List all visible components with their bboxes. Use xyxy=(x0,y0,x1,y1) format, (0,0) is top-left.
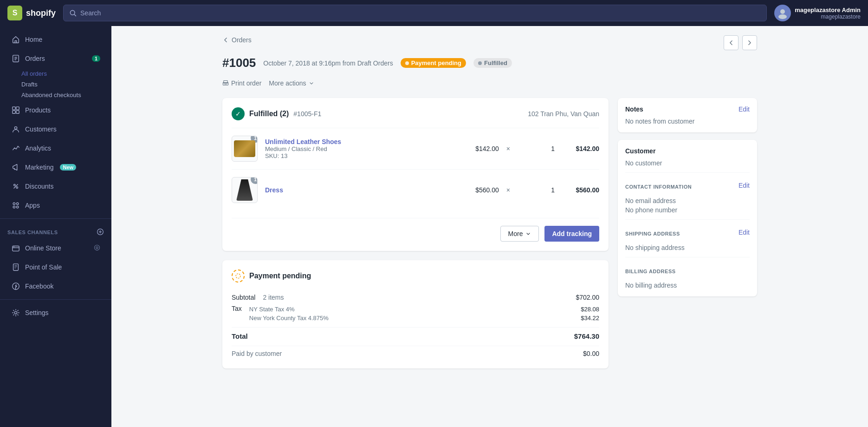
tax-row-1: NY State Tax 4% $28.08 xyxy=(249,305,599,314)
online-store-icon xyxy=(11,243,20,253)
top-bar: S shopify mageplazastore Admin mageplaza… xyxy=(0,0,868,26)
svg-point-13 xyxy=(14,184,16,186)
tax-label: Tax xyxy=(232,305,242,322)
more-actions-button[interactable]: More actions xyxy=(269,78,314,89)
prev-order-button[interactable] xyxy=(724,35,738,50)
contact-edit-link[interactable]: Edit xyxy=(738,182,750,189)
no-shipping: No shipping address xyxy=(625,244,685,251)
tax-row-2-label: New York County Tax 4.875% xyxy=(249,315,329,322)
svg-rect-33 xyxy=(224,80,227,83)
item-multiply-shoes: × xyxy=(506,145,510,152)
page-title: #1005 xyxy=(222,56,256,70)
item-variant-shoes: Medium / Classic / Red xyxy=(265,145,454,152)
sidebar-products-label: Products xyxy=(25,106,51,114)
paid-label: Paid by customer xyxy=(232,350,282,357)
online-store-settings-icon[interactable] xyxy=(94,244,100,252)
breadcrumb-label: Orders xyxy=(232,36,252,44)
item-name-shoes[interactable]: Unlimited Leather Shoes xyxy=(265,138,454,145)
fulfilled-title-area: ✓ Fulfilled (2) #1005-F1 xyxy=(232,107,321,120)
sidebar-item-point-of-sale[interactable]: Point of Sale xyxy=(4,258,108,276)
billing-divider xyxy=(625,257,750,257)
svg-point-19 xyxy=(16,206,19,208)
customer-divider xyxy=(625,172,750,173)
sidebar-item-products[interactable]: Products xyxy=(4,101,108,119)
item-name-dress[interactable]: Dress xyxy=(265,186,454,194)
sidebar-item-facebook[interactable]: Facebook xyxy=(4,277,108,296)
sidebar-item-home[interactable]: Home xyxy=(4,30,108,49)
sidebar-item-discounts[interactable]: Discounts xyxy=(4,177,108,196)
payment-total-row: Total $764.30 xyxy=(232,327,599,342)
customers-icon xyxy=(11,125,20,134)
facebook-icon xyxy=(11,282,20,291)
dress-image-placeholder xyxy=(236,179,253,201)
order-date: October 7, 2018 at 9:16pm from Draft Ord… xyxy=(263,59,393,67)
sidebar-item-online-store[interactable]: Online Store xyxy=(4,239,108,257)
subtotal-value: $702.00 xyxy=(576,294,599,301)
item-image-shoes: 1 xyxy=(232,136,258,162)
sidebar-item-apps[interactable]: Apps xyxy=(4,196,108,215)
next-order-button[interactable] xyxy=(742,35,757,50)
more-actions-label: More actions xyxy=(269,79,306,87)
svg-rect-11 xyxy=(16,111,19,113)
svg-line-1 xyxy=(74,14,76,16)
svg-point-36 xyxy=(236,274,240,278)
fulfilled-address: 102 Tran Phu, Van Quan xyxy=(528,110,599,118)
order-layout: ✓ Fulfilled (2) #1005-F1 102 Tran Phu, V… xyxy=(222,98,757,378)
item-qty-dress: 1 xyxy=(518,186,555,194)
app-wrapper: S shopify mageplazastore Admin mageplaza… xyxy=(0,0,868,427)
search-input[interactable] xyxy=(80,9,761,17)
nav-arrows xyxy=(724,35,757,50)
shipping-edit-link[interactable]: Edit xyxy=(738,229,750,236)
svg-point-25 xyxy=(94,245,99,250)
sidebar-item-marketing[interactable]: Marketing New xyxy=(4,158,108,177)
notes-header: Notes Edit xyxy=(625,105,750,113)
notes-edit-link[interactable]: Edit xyxy=(738,105,750,113)
sidebar-apps-label: Apps xyxy=(25,202,40,209)
print-order-button[interactable]: Print order xyxy=(222,78,261,89)
content-area: Orders #1005 October 7 xyxy=(111,26,868,427)
item-info-shoes: Unlimited Leather Shoes Medium / Classic… xyxy=(265,138,454,159)
svg-point-14 xyxy=(16,187,18,189)
add-tracking-button[interactable]: Add tracking xyxy=(544,226,599,242)
total-label: Total xyxy=(232,332,248,340)
order-item-shoes: 1 Unlimited Leather Shoes Medium / Class… xyxy=(232,128,599,169)
sidebar-item-drafts[interactable]: Drafts xyxy=(0,79,111,90)
tax-row-1-value: $28.08 xyxy=(581,306,599,313)
customer-card: Customer No customer CONTACT INFORMATION… xyxy=(618,140,757,296)
customer-header: Customer xyxy=(625,147,750,155)
svg-rect-27 xyxy=(13,264,19,270)
home-icon xyxy=(11,35,20,44)
sidebar-item-all-orders[interactable]: All orders xyxy=(0,68,111,79)
page-title-area: #1005 October 7, 2018 at 9:16pm from Dra… xyxy=(222,56,512,70)
apps-icon xyxy=(11,201,20,210)
user-store: mageplazastore xyxy=(795,13,861,20)
user-name: mageplazastore Admin xyxy=(795,7,861,13)
item-sku-shoes: SKU: 13 xyxy=(265,152,454,159)
more-button[interactable]: More xyxy=(500,226,539,242)
add-channel-icon[interactable] xyxy=(97,228,104,236)
fulfilled-card: ✓ Fulfilled (2) #1005-F1 102 Tran Phu, V… xyxy=(222,98,609,251)
logo-text: shopify xyxy=(26,8,56,18)
fulfilled-card-actions: More Add tracking xyxy=(232,218,599,242)
no-phone: No phone number xyxy=(625,206,750,214)
search-bar[interactable] xyxy=(63,5,767,21)
customer-empty: No customer xyxy=(625,159,662,167)
sidebar-marketing-label: Marketing xyxy=(25,164,53,171)
item-qty-badge-dress: 1 xyxy=(251,177,258,184)
sidebar-item-orders[interactable]: Orders 1 xyxy=(4,49,108,68)
tax-row-2-value: $34.22 xyxy=(581,315,599,322)
item-qty-shoes: 1 xyxy=(518,145,555,152)
no-email: No email address xyxy=(625,197,750,204)
sidebar-item-settings[interactable]: Settings xyxy=(4,303,108,322)
tax-row-2: New York County Tax 4.875% $34.22 xyxy=(249,314,599,322)
sidebar-item-analytics[interactable]: Analytics xyxy=(4,139,108,158)
sidebar-item-abandoned[interactable]: Abandoned checkouts xyxy=(0,90,111,100)
item-multiply-dress: × xyxy=(506,186,510,194)
payment-pending-badge: Payment pending xyxy=(401,58,466,68)
user-area: mageplazastore Admin mageplazastore xyxy=(774,5,861,21)
analytics-icon xyxy=(11,144,20,153)
svg-rect-8 xyxy=(13,107,15,110)
svg-rect-9 xyxy=(16,107,19,110)
sidebar-item-customers[interactable]: Customers xyxy=(4,120,108,138)
breadcrumb[interactable]: Orders xyxy=(222,36,252,44)
